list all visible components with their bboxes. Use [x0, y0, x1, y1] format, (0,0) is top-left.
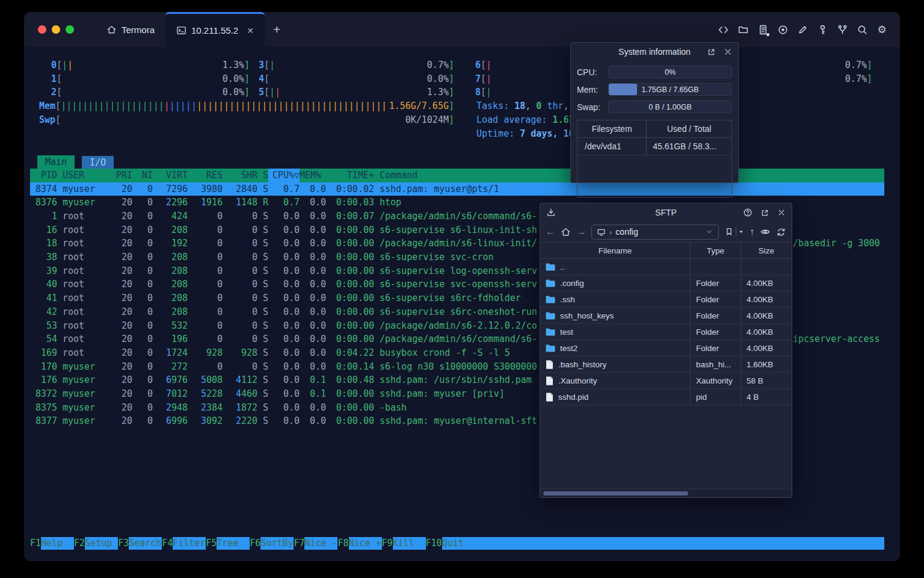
fkey-label-tree[interactable]: Tree: [217, 537, 250, 550]
file-row-.config[interactable]: .configFolder4.00KB: [540, 275, 792, 291]
bookmark-split-button[interactable]: [724, 227, 744, 237]
file-row-test[interactable]: testFolder4.00KB: [540, 324, 792, 340]
notes-badge: [766, 33, 769, 36]
fkey-f9[interactable]: F9: [382, 537, 393, 550]
keychain-icon[interactable]: [836, 23, 848, 36]
column-header-user[interactable]: USER: [63, 169, 112, 182]
fkey-f1[interactable]: F1: [30, 537, 41, 550]
open-in-window-icon[interactable]: [759, 207, 770, 218]
open-in-window-icon[interactable]: [706, 46, 716, 57]
fkey-label-help[interactable]: Help: [41, 537, 74, 550]
fkey-f3[interactable]: F3: [118, 537, 129, 550]
termora-window: Termora 10.211.55.2 ✕ + ⚙ 0[||1.3%]1[0.0…: [24, 12, 900, 561]
sftp-title: SFTP: [655, 208, 677, 217]
htop-tab-io[interactable]: I/O: [82, 156, 114, 169]
parent-directory-icon[interactable]: ↑: [750, 226, 754, 237]
refresh-icon[interactable]: [776, 227, 786, 237]
folder-icon: [546, 344, 555, 352]
current-path: config: [615, 227, 638, 237]
meter-Swp: Swp[0K/1024M]: [39, 113, 454, 127]
size-column-header[interactable]: Size: [741, 243, 792, 258]
process-row-8374[interactable]: 8374myuser200729639802840S0.70.00:00.02s…: [30, 182, 884, 196]
column-header-mem[interactable]: MEM%: [300, 169, 326, 182]
fkey-label-kill[interactable]: Kill: [393, 537, 426, 550]
bookmark-icon[interactable]: [724, 227, 734, 237]
file-row-.bash_history[interactable]: .bash_historybash_hi...1.60KB: [540, 356, 792, 373]
filename-column-header[interactable]: Filename: [540, 243, 691, 258]
column-header-s[interactable]: S: [257, 169, 268, 182]
filesystem-row[interactable]: /dev/vda1 45.61GB / 58.3...: [578, 138, 732, 155]
fkey-label-search[interactable]: Search: [129, 537, 162, 550]
fkey-label-quit[interactable]: Quit: [442, 537, 884, 550]
close-window-button[interactable]: [38, 25, 46, 34]
file-row-test2[interactable]: test2Folder4.00KB: [540, 340, 792, 356]
column-header-res[interactable]: RES: [188, 169, 223, 182]
file-row-ssh_host_keys[interactable]: ssh_host_keysFolder4.00KB: [540, 308, 792, 324]
fkey-f10[interactable]: F10: [426, 537, 442, 550]
close-panel-icon[interactable]: [776, 207, 787, 218]
file-type: Folder: [691, 324, 741, 340]
cpu-usage-bar: 0%: [608, 66, 732, 78]
close-panel-icon[interactable]: [722, 46, 733, 57]
fkey-f4[interactable]: F4: [162, 537, 173, 550]
bookmark-dropdown-icon[interactable]: [738, 229, 744, 235]
help-icon[interactable]: [742, 207, 753, 218]
column-header-pri[interactable]: PRI: [112, 169, 132, 182]
column-header-shr[interactable]: SHR: [223, 169, 257, 182]
file-name: test2: [560, 344, 578, 353]
search-icon[interactable]: [856, 23, 868, 36]
filesystem-table: Filesystem Used / Total /dev/vda1 45.61G…: [577, 120, 732, 197]
show-hidden-eye-icon[interactable]: [760, 226, 771, 237]
settings-gear-icon[interactable]: ⚙: [876, 23, 888, 36]
download-icon[interactable]: [546, 207, 556, 218]
chevron-down-icon[interactable]: [705, 228, 713, 236]
notes-icon[interactable]: [757, 23, 769, 36]
fkey-label-sortby[interactable]: SortBy: [260, 537, 294, 550]
home-icon[interactable]: [561, 227, 571, 237]
column-header-ni[interactable]: NI: [132, 169, 153, 182]
file-row-sshd.pid[interactable]: sshd.pidpid4 B: [540, 389, 792, 405]
tab-session-10-211-55-2[interactable]: 10.211.55.2 ✕: [165, 12, 265, 47]
file-row-.Xauthority[interactable]: .XauthorityXauthority58 B: [540, 373, 792, 389]
scrollbar-thumb[interactable]: [543, 491, 688, 496]
back-arrow-icon[interactable]: ←: [546, 226, 555, 237]
file-row-..[interactable]: ..: [540, 259, 792, 275]
key-icon[interactable]: [816, 23, 828, 36]
fkey-f8[interactable]: F8: [337, 537, 348, 550]
mem-usage-fill: [609, 84, 637, 95]
file-icon: [546, 376, 553, 385]
htop-tab-main[interactable]: Main: [37, 155, 75, 169]
tab-termora-home[interactable]: Termora: [96, 12, 165, 47]
fkey-label-filter[interactable]: Filter: [173, 537, 206, 550]
fkey-f5[interactable]: F5: [206, 537, 217, 550]
file-type: bash_hi...: [691, 356, 741, 372]
code-icon[interactable]: [717, 23, 729, 36]
folder-icon[interactable]: [737, 23, 749, 36]
column-header-cpu[interactable]: CPU%▽: [268, 169, 300, 182]
file-row-.ssh[interactable]: .sshFolder4.00KB: [540, 291, 792, 308]
fkey-f7[interactable]: F7: [294, 537, 304, 550]
fkey-label-nice[interactable]: Nice -: [304, 537, 337, 550]
new-tab-button[interactable]: +: [265, 12, 289, 47]
fkey-f6[interactable]: F6: [250, 537, 260, 550]
path-breadcrumb-combobox[interactable]: › config: [591, 225, 719, 240]
fkey-label-nice[interactable]: Nice +: [349, 537, 382, 550]
forward-arrow-icon[interactable]: →: [576, 226, 586, 237]
session-tab-label: 10.211.55.2: [191, 25, 238, 36]
zoom-window-button[interactable]: [66, 25, 74, 34]
column-header-pid[interactable]: PID: [30, 169, 57, 182]
sftp-table-header: Filename Type Size: [540, 242, 792, 259]
fkey-label-setup[interactable]: Setup: [85, 537, 118, 550]
horizontal-scrollbar[interactable]: [541, 489, 791, 497]
record-icon[interactable]: [777, 23, 789, 36]
close-tab-icon[interactable]: ✕: [247, 26, 254, 36]
edit-icon[interactable]: [796, 23, 808, 36]
file-icon: [546, 393, 553, 402]
folder-icon: [546, 296, 555, 303]
fkey-f2[interactable]: F2: [74, 537, 85, 550]
type-column-header[interactable]: Type: [691, 243, 741, 258]
column-header-virt[interactable]: VIRT: [153, 169, 188, 182]
column-header-time[interactable]: TIME+: [326, 169, 374, 182]
process-table-header[interactable]: PIDUSERPRINIVIRTRESSHRSCPU%▽MEM%TIME+Com…: [30, 169, 884, 182]
minimize-window-button[interactable]: [52, 25, 60, 34]
